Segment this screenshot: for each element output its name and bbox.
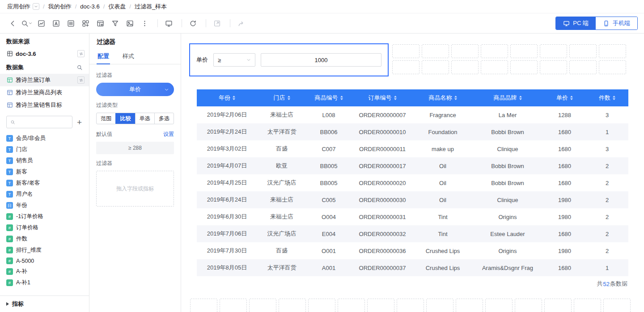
breadcrumb-item[interactable]: 应用创作 [7,3,30,11]
table-row: 2019年4月25日汉光广场店BB005ORDER00000020OilBobb… [197,174,628,191]
operator-select[interactable]: ≥ [213,53,255,67]
filter-value-input[interactable] [261,53,381,67]
config-tab-样式[interactable]: 样式 [122,50,135,64]
add-field-button[interactable]: + [76,118,83,126]
filter-type-option[interactable]: 多选 [154,113,174,124]
filter-component-icon[interactable] [109,17,121,30]
dashboard-canvas[interactable]: 单价 ≥ 年份门店商品编号订单编号商品名称商品品牌单价件数 2019年2月06日… [181,34,644,312]
table-row: 2019年7月30日百盛O001ORDER00000036Crushed Lip… [197,242,628,259]
column-header[interactable]: 商品品牌 [472,89,543,106]
column-header[interactable]: 商品编号 [306,89,351,106]
config-tab-配置[interactable]: 配置 [97,50,110,64]
column-header[interactable]: 订单编号 [351,89,414,106]
column-header-inner: 单价 [543,94,586,102]
field-item[interactable]: #件数 [0,233,89,245]
preview-icon[interactable] [162,17,175,30]
breadcrumb-item[interactable]: 我的创作 [48,3,72,11]
sort-icon[interactable] [233,96,235,100]
field-item[interactable]: #订单价格 [0,222,89,233]
table-cell: 2019年6月30日 [197,208,257,225]
layout-grid-cell [451,44,479,58]
table-cell: 欧亚 [257,157,306,174]
field-item[interactable]: #A-5000 [0,256,89,266]
refresh-icon[interactable] [186,17,199,30]
field-item[interactable]: T用户名 [0,189,89,200]
pc-mode-button[interactable]: PC 端 [556,17,596,30]
field-item[interactable]: T门店 [0,144,89,155]
dataset-item[interactable]: 雅诗兰黛订单 [0,74,89,86]
dataset-item[interactable]: 雅诗兰黛销售目标 [0,99,89,111]
fullscreen-icon[interactable] [211,17,223,30]
column-header[interactable]: 商品名称 [414,89,472,106]
layout-grid-bottom [190,299,643,312]
share-icon[interactable] [235,17,247,30]
config-panel-title: 过滤器 [89,34,181,50]
add-table-icon[interactable] [94,17,106,30]
layout-grid-cell [603,299,631,312]
layout-grid-cell [485,299,513,312]
column-header[interactable]: 门店 [257,89,306,106]
sort-icon[interactable] [519,96,522,100]
filter-type-option[interactable]: 单选 [135,113,154,124]
breadcrumb-separator: / [129,3,131,10]
text-field-icon: T [6,191,13,198]
field-item[interactable]: T新客 [0,166,89,177]
dataset-item[interactable]: 雅诗兰黛商品列表 [0,86,89,99]
sort-icon[interactable] [613,96,615,100]
field-item[interactable]: #排行_维度 [0,245,89,256]
field-search-text[interactable] [18,119,68,125]
filter-type-option[interactable]: 比较 [115,113,135,124]
more-icon[interactable] [138,17,151,30]
switch-dataset-icon[interactable] [77,76,85,84]
metrics-section-toggle[interactable]: 指标 [0,295,89,312]
switch-source-icon[interactable] [77,50,85,57]
data-source-item[interactable]: doc-3.6 [0,48,89,59]
chevron-down-icon[interactable] [33,3,39,10]
sort-icon[interactable] [570,96,573,100]
sort-icon[interactable] [394,96,397,100]
column-header-inner: 商品名称 [414,94,472,102]
field-item[interactable]: #A-补1 [0,277,89,288]
footer-count: 52 [603,281,610,287]
column-header[interactable]: 年份 [197,89,257,106]
field-item[interactable]: #A-补 [0,266,89,277]
column-header-label: 订单编号 [369,94,392,102]
price-filter-widget[interactable]: 单价 ≥ [189,43,389,76]
table-cell: 1 [586,123,628,140]
mobile-mode-button[interactable]: 手机端 [596,17,637,30]
back-icon[interactable] [6,17,19,30]
column-header[interactable]: 单价 [543,89,586,106]
filter-drop-zone[interactable]: 拖入字段或指标 [96,171,174,207]
filter-field-pill[interactable]: 单价 [96,83,174,96]
sort-icon[interactable] [340,96,343,100]
table-cell: ORDER00000007 [351,106,414,123]
table-cell: 汉光广场店 [257,174,306,191]
column-header[interactable]: 件数 [586,89,628,106]
data-table-widget[interactable]: 年份门店商品编号订单编号商品名称商品品牌单价件数 2019年2月06日来福士店L… [197,89,628,291]
filter-section-label: 过滤器 [96,72,174,79]
text-component-icon[interactable] [50,17,62,30]
layout-grid-cell [574,299,601,312]
field-search-input[interactable] [6,116,72,128]
search-icon[interactable] [76,64,83,71]
field-item[interactable]: 日年份 [0,200,89,211]
search-icon [10,119,15,125]
add-widget-icon[interactable] [79,17,92,30]
zoom-icon[interactable] [21,20,33,27]
breadcrumb-item[interactable]: 仪表盘 [108,3,126,11]
settings-link[interactable]: 设置 [163,131,174,138]
list-component-icon[interactable] [64,17,77,30]
filter-type-option[interactable]: 范围 [97,113,115,124]
breadcrumb-item[interactable]: doc-3.6 [80,3,99,10]
sort-icon[interactable] [288,96,290,100]
chart-component-icon[interactable] [35,17,47,30]
field-item[interactable]: T销售员 [0,155,89,166]
table-cell: Clinique [472,140,543,157]
field-item[interactable]: #-1订单价格 [0,211,89,222]
image-component-icon[interactable] [123,17,136,30]
table-cell: 百盛 [257,140,306,157]
breadcrumb-item[interactable]: 过滤器_样本 [135,3,167,11]
field-item[interactable]: T会员/非会员 [0,133,89,144]
sort-icon[interactable] [454,96,457,100]
field-item[interactable]: T新客/老客 [0,177,89,189]
